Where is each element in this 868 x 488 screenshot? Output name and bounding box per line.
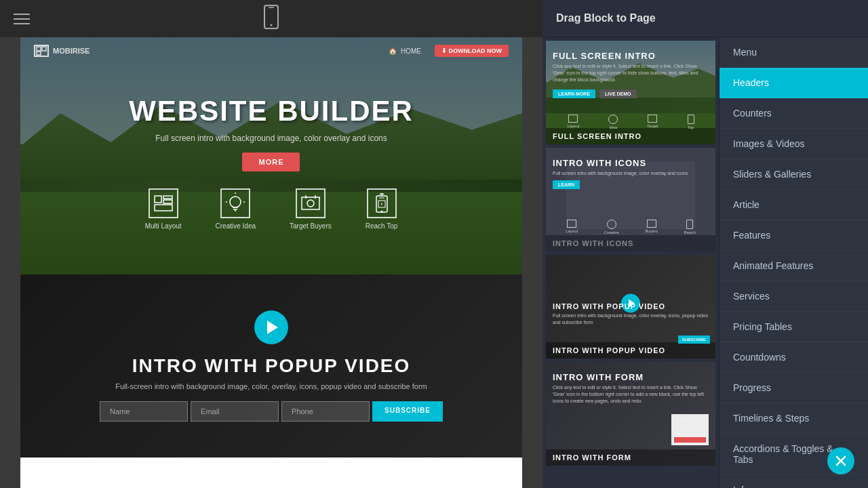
svg-point-10 bbox=[230, 197, 241, 207]
hero-icon-target-buyers: Target Buyers bbox=[290, 188, 332, 230]
hamburger-icon[interactable] bbox=[14, 14, 30, 24]
hero-icon-creative-idea: Creative Idea bbox=[216, 188, 256, 230]
hero-features-icons: Multi Layout Creati bbox=[145, 188, 398, 230]
target-buyers-icon bbox=[296, 188, 326, 218]
target-buyers-label: Target Buyers bbox=[290, 222, 332, 230]
thumb2-icon2: Creative bbox=[604, 220, 619, 235]
block-intro-with-icons[interactable]: INTRO WITH ICONS Full screen intro with … bbox=[546, 148, 715, 251]
nav-download-btn[interactable]: ⬇ DOWNLOAD NOW bbox=[435, 45, 509, 57]
nav-item-pricing-tables[interactable]: Pricing Tables bbox=[719, 312, 868, 342]
panel-title: Drag Block to Page bbox=[556, 12, 656, 24]
thumb1-icon3: Target bbox=[647, 115, 658, 129]
block-intro-with-form[interactable]: INTRO WITH FORM Click any text to edit o… bbox=[546, 362, 715, 466]
video-section-title: INTRO WITH POPUP VIDEO bbox=[132, 355, 411, 377]
thumb4-label: INTRO WITH FORM bbox=[546, 449, 715, 466]
multi-layout-label: Multi Layout bbox=[145, 222, 182, 230]
panel-header: Drag Block to Page bbox=[542, 0, 868, 37]
thumb4-form bbox=[671, 414, 709, 445]
creative-idea-icon bbox=[220, 188, 250, 218]
form-name-input[interactable] bbox=[100, 401, 188, 422]
hero-title: WEBSITE BUILDER bbox=[129, 96, 414, 127]
thumb2-icon1: Layout bbox=[566, 220, 578, 235]
svg-rect-6 bbox=[155, 196, 161, 203]
video-section-subtitle: Full-screen intro with background image,… bbox=[115, 382, 427, 390]
svg-rect-9 bbox=[155, 205, 172, 211]
hero-section: MOBIRISE 🏠 HOME ⬇ DOWNLOAD NOW WEBSITE B… bbox=[20, 37, 522, 274]
subscribe-form: SUBSCRIBE bbox=[100, 401, 443, 422]
video-section: INTRO WITH POPUP VIDEO Full-screen intro… bbox=[20, 274, 522, 458]
svg-rect-4 bbox=[42, 47, 46, 51]
blocks-column: FULL SCREEN INTRO Click any text to edit… bbox=[542, 37, 719, 488]
site-logo: MOBIRISE bbox=[34, 45, 90, 57]
svg-rect-3 bbox=[37, 47, 41, 51]
thumb4-sub: Click any text to edit or style it. Sele… bbox=[553, 384, 709, 404]
form-email-input[interactable] bbox=[191, 401, 279, 422]
thumb4-title: INTRO WITH FORM bbox=[553, 372, 709, 382]
phone-device-icon[interactable] bbox=[263, 5, 279, 33]
thumb2-icon3: Buyers bbox=[645, 220, 658, 235]
subscribe-button[interactable]: SUBSCRIBE bbox=[372, 401, 443, 422]
nav-item-progress[interactable]: Progress bbox=[719, 373, 868, 403]
nav-item-info[interactable]: Info bbox=[719, 475, 868, 488]
creative-idea-label: Creative Idea bbox=[216, 222, 256, 230]
thumb1-sub: Click any text to edit or style it. Sele… bbox=[553, 63, 709, 83]
thumb1-title: FULL SCREEN INTRO bbox=[553, 51, 709, 61]
nav-item-headers[interactable]: Headers bbox=[719, 68, 868, 98]
top-bar bbox=[0, 0, 542, 37]
form-phone-input[interactable] bbox=[281, 401, 370, 422]
nav-item-timelines-steps[interactable]: Timelines & Steps bbox=[719, 403, 868, 434]
nav-item-images-videos[interactable]: Images & Videos bbox=[719, 129, 868, 159]
thumb2-icon4: Reach bbox=[684, 220, 695, 235]
hero-icon-multi-layout: Multi Layout bbox=[145, 188, 182, 230]
block-intro-popup-video[interactable]: INTRO WITH POPUP VIDEO Full screen intro… bbox=[546, 255, 715, 359]
svg-rect-17 bbox=[302, 197, 319, 209]
reach-top-label: Reach Top bbox=[366, 222, 398, 230]
right-panel: Drag Block to Page FULL SCREEN INTRO Cli… bbox=[542, 0, 868, 488]
preview-panel: MOBIRISE 🏠 HOME ⬇ DOWNLOAD NOW WEBSITE B… bbox=[0, 0, 542, 488]
multi-layout-icon bbox=[149, 188, 178, 218]
hero-nav: MOBIRISE 🏠 HOME ⬇ DOWNLOAD NOW bbox=[20, 37, 522, 64]
thumb1-icon1: Layout bbox=[567, 115, 579, 129]
video-play-button[interactable] bbox=[254, 310, 288, 344]
thumb1-live-btn[interactable]: LIVE DEMO bbox=[599, 89, 637, 98]
nav-item-features[interactable]: Features bbox=[719, 220, 868, 251]
svg-rect-7 bbox=[163, 196, 172, 199]
svg-rect-8 bbox=[163, 200, 172, 203]
thumb3-sub: Full screen intro with background image,… bbox=[553, 312, 709, 326]
nav-item-countdowns[interactable]: Countdowns bbox=[719, 342, 868, 373]
panel-body: FULL SCREEN INTRO Click any text to edit… bbox=[542, 37, 868, 488]
thumb3-title: INTRO WITH POPUP VIDEO bbox=[553, 302, 709, 310]
nav-column: Menu Headers Counters Images & Videos Sl… bbox=[719, 37, 868, 488]
reach-top-icon bbox=[367, 188, 397, 218]
nav-item-article[interactable]: Article bbox=[719, 190, 868, 220]
logo-icon bbox=[34, 45, 49, 57]
thumb3-label: INTRO WITH POPUP VIDEO bbox=[546, 342, 715, 359]
hero-nav-links: 🏠 HOME ⬇ DOWNLOAD NOW bbox=[389, 45, 509, 57]
thumb1-icon4: Top bbox=[688, 115, 694, 129]
thumb1-label: FULL SCREEN INTRO bbox=[546, 128, 715, 144]
preview-content: MOBIRISE 🏠 HOME ⬇ DOWNLOAD NOW WEBSITE B… bbox=[20, 37, 522, 488]
close-button[interactable] bbox=[827, 447, 854, 474]
nav-item-sliders-galleries[interactable]: Sliders & Galleries bbox=[719, 159, 868, 190]
block-full-screen-intro[interactable]: FULL SCREEN INTRO Click any text to edit… bbox=[546, 41, 715, 144]
thumb2-sub: Full screen intro with background image,… bbox=[553, 170, 709, 177]
svg-point-18 bbox=[307, 200, 314, 207]
nav-item-menu[interactable]: Menu bbox=[719, 37, 868, 68]
hero-more-button[interactable]: MORE bbox=[242, 152, 300, 171]
nav-item-services[interactable]: Services bbox=[719, 281, 868, 312]
nav-item-animated-features[interactable]: Animated Features bbox=[719, 251, 868, 281]
hero-subtitle: Full screen intro with background image,… bbox=[129, 134, 414, 143]
svg-point-1 bbox=[271, 24, 273, 26]
thumb2-title: INTRO WITH ICONS bbox=[553, 158, 709, 168]
thumb1-icon2: Idea bbox=[608, 115, 618, 129]
svg-point-25 bbox=[381, 203, 382, 205]
hero-content: WEBSITE BUILDER Full screen intro with b… bbox=[129, 96, 414, 171]
nav-item-counters[interactable]: Counters bbox=[719, 98, 868, 129]
thumb1-learn-btn[interactable]: LEARN MORE bbox=[553, 89, 595, 98]
hero-icon-reach-top: Reach Top bbox=[366, 188, 398, 230]
thumb2-btn[interactable]: LEARN bbox=[553, 180, 580, 189]
svg-point-22 bbox=[380, 211, 382, 213]
nav-home-link[interactable]: 🏠 HOME bbox=[389, 47, 421, 55]
svg-rect-5 bbox=[37, 52, 41, 55]
